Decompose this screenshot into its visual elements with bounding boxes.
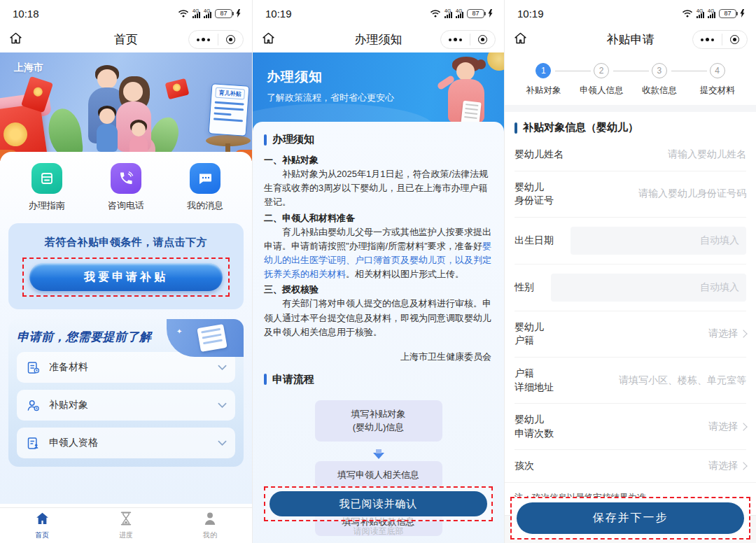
page-title: 办理须知	[295, 31, 462, 48]
battery-icon: 87	[215, 9, 232, 18]
chevron-down-icon	[218, 361, 227, 374]
signal-4g-icon: 4G	[192, 9, 200, 18]
tab-mine[interactable]: 我的	[168, 512, 252, 540]
accordion-applicant-eligibility[interactable]: 申领人资格	[17, 428, 235, 458]
status-bar-3: 10:19 4G 4G 87	[505, 0, 756, 27]
banner-subtitle: 了解政策流程，省时省心更安心	[267, 92, 394, 104]
signal-4g-icon: 4G	[444, 9, 452, 18]
birthdate-auto-field: 自动填入	[570, 227, 746, 255]
notice-p3: 有关部门将对申领人提交的信息及材料进行审核。申领人通过本平台提交信息及材料，即视…	[264, 297, 493, 339]
flow-section-header: 申请流程	[264, 373, 493, 386]
charging-bolt-icon	[740, 8, 745, 20]
guide-icon	[31, 163, 62, 194]
chevron-down-icon	[218, 437, 227, 449]
infant-id-input[interactable]: 请输入婴幼儿身份证号码	[565, 188, 746, 200]
battery-icon: 87	[467, 9, 484, 18]
person-icon	[204, 512, 216, 528]
flow-step-1: 填写补贴对象 (婴幼儿)信息	[315, 400, 442, 442]
apply-subsidy-button[interactable]: 我要申请补贴	[29, 263, 223, 291]
close-target-icon[interactable]	[722, 31, 747, 48]
notice-h1: 一、补贴对象	[264, 153, 493, 167]
form-section-header: 补贴对象信息（婴幼儿）	[505, 112, 756, 139]
nav-bar-3: 补贴申请	[505, 27, 756, 52]
stepper-step-1: 1 补贴对象	[514, 63, 573, 97]
hero-banner: 上海市 育儿补贴	[0, 52, 252, 161]
quick-action-messages[interactable]: 我的消息	[166, 163, 245, 212]
apply-count-select[interactable]: 请选择	[565, 421, 746, 433]
confirm-read-button[interactable]: 我已阅读并确认	[270, 491, 487, 516]
notice-p2: 育儿补贴由婴幼儿父母一方或其他监护人按要求提出申请。申请前请按照"办理指南/所需…	[264, 225, 493, 282]
section-bar-icon	[264, 134, 267, 146]
status-time: 10:19	[265, 8, 292, 20]
guide-lady-illustration	[433, 58, 497, 132]
status-time: 10:18	[13, 8, 39, 20]
form-row-infant-name[interactable]: 婴幼儿姓名 请输入婴幼儿姓名	[514, 139, 746, 171]
form-row-child-order[interactable]: 孩次 请选择	[514, 450, 746, 482]
wifi-icon	[682, 8, 693, 20]
subsidy-badge: 育儿补贴	[215, 87, 245, 100]
child-order-select[interactable]: 请选择	[545, 460, 746, 472]
notice-body: 一、补贴对象 补贴对象为从2025年1月1日起，符合政策/法律法规生育或收养的3…	[264, 153, 493, 339]
quick-action-guide[interactable]: 办理指南	[7, 163, 86, 212]
form-row-infant-id[interactable]: 婴幼儿 身份证号 请输入婴幼儿身份证号码	[514, 171, 746, 218]
charging-bolt-icon	[236, 8, 241, 20]
screen-home: 10:18 4G 4G 87 首页 上海市	[0, 0, 252, 543]
table-decoration	[206, 135, 251, 146]
status-bar-2: 10:19 4G 4G 87	[253, 0, 504, 27]
status-time: 10:19	[517, 8, 544, 20]
section-divider	[505, 105, 756, 112]
battery-icon: 87	[719, 9, 736, 18]
notice-p1: 补贴对象为从2025年1月1日起，符合政策/法律法规生育或收养的3周岁以下婴幼儿…	[264, 167, 493, 209]
home-nav-icon[interactable]	[513, 31, 528, 48]
infant-name-input[interactable]: 请输入婴幼儿姓名	[575, 148, 746, 161]
screen-notice: 10:19 4G 4G 87 办理须知 办理须知 了解政策流程，省时省心更安心	[252, 0, 504, 543]
quick-actions-row: 办理指南 咨询电话 我的消息	[7, 163, 245, 212]
form-row-apply-count[interactable]: 婴幼儿 申请次数 请选择	[514, 404, 746, 450]
flow-step-2: 填写申领人相关信息	[315, 461, 442, 489]
household-select[interactable]: 请选择	[555, 327, 746, 340]
annotation-box-confirm: 我已阅读并确认	[264, 486, 493, 521]
signal-4g-icon-2: 4G	[204, 9, 211, 18]
form-footer: 保存并下一步	[510, 497, 750, 540]
person-badge-icon	[25, 397, 41, 413]
section-bar-icon	[264, 374, 267, 385]
tab-progress[interactable]: 进度	[84, 512, 168, 540]
red-envelope-icon	[165, 78, 190, 100]
accordion-subsidy-target[interactable]: 补贴对象	[17, 390, 235, 421]
chevron-down-icon	[218, 399, 227, 411]
close-target-icon[interactable]	[470, 31, 495, 48]
close-target-icon[interactable]	[218, 31, 243, 48]
signal-4g-icon-2: 4G	[708, 9, 715, 18]
save-next-button[interactable]: 保存并下一步	[517, 502, 744, 534]
signal-4g-icon-2: 4G	[456, 9, 463, 18]
chevron-right-icon	[739, 423, 747, 430]
address-input[interactable]: 请填写小区、楼栋、单元室等	[565, 374, 746, 387]
quick-action-phone[interactable]: 咨询电话	[86, 163, 165, 212]
status-bar-1: 10:18 4G 4G 87	[0, 0, 252, 27]
notice-h3: 三、授权核验	[264, 283, 493, 297]
read-to-bottom-hint: 请阅读至底部	[264, 526, 493, 537]
tab-home[interactable]: 首页	[0, 512, 84, 540]
home-nav-icon[interactable]	[261, 31, 276, 48]
apply-hint-text: 若符合补贴申领条件，请点击下方	[22, 236, 230, 249]
home-nav-icon[interactable]	[8, 31, 23, 48]
eligibility-doc-icon	[25, 435, 41, 451]
issuer-signature: 上海市卫生健康委员会	[265, 351, 491, 363]
notice-banner: 办理须知 了解政策流程，省时省心更安心	[253, 52, 504, 132]
infant-info-form: 婴幼儿姓名 请输入婴幼儿姓名 婴幼儿 身份证号 请输入婴幼儿身份证号码 出生日期…	[505, 139, 756, 482]
apply-panel: 若符合补贴申领条件，请点击下方 我要申请补贴	[8, 223, 244, 309]
banner-title: 办理须知	[267, 68, 323, 86]
form-row-household[interactable]: 婴幼儿 户籍 请选择	[514, 311, 746, 358]
screenshot-root: 10:18 4G 4G 87 首页 上海市	[0, 0, 756, 543]
form-row-address[interactable]: 户籍 详细地址 请填写小区、楼栋、单元室等	[514, 358, 746, 404]
notice-section-header: 办理须知	[264, 133, 493, 146]
home-content-card: 办理指南 咨询电话 我的消息 若符合补贴申领条件，请点击下方 我要申请补贴	[0, 152, 252, 504]
pre-apply-title: 申请前，您需要提前了解	[17, 329, 235, 345]
form-row-gender: 性别 自动填入	[514, 265, 746, 311]
signal-4g-icon: 4G	[696, 9, 704, 18]
form-row-birthdate: 出生日期 自动填入	[514, 218, 746, 265]
subsidy-document-illustration: 育儿补贴	[209, 83, 250, 136]
section-bar-icon	[514, 122, 517, 134]
home-tab-icon	[35, 512, 50, 528]
annotation-box-save: 保存并下一步	[510, 497, 750, 540]
